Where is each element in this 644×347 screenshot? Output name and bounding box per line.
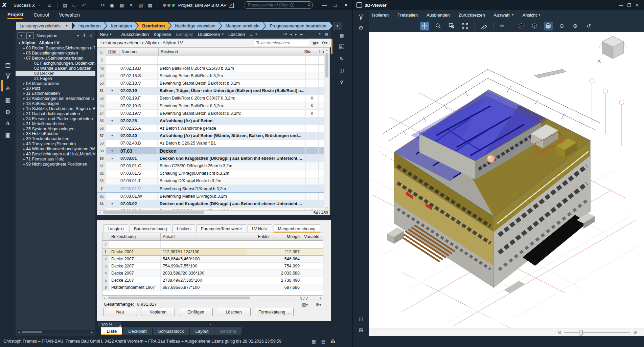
row-number[interactable]: 48 [97, 65, 106, 72]
viewer-canvas[interactable]: S [369, 32, 644, 328]
panel-bottom-icon[interactable]: ◫ [353, 317, 369, 322]
tree-node[interactable]: 99 Nicht zugeordnete Positionen [16, 161, 95, 167]
tree-node[interactable]: 02 Wände,Balken und Stützen [16, 66, 95, 71]
viewer-menu-item[interactable]: Isolieren [372, 13, 389, 18]
row-stichwort[interactable]: Schalung Beton Balk/Rost ü.3,2m: [158, 102, 306, 109]
archive-icon[interactable]: ▣ [0, 132, 16, 139]
row-menge[interactable]: 112,387 [272, 248, 302, 255]
ribbon-more-button[interactable]: ▾ [333, 22, 342, 30]
viewer-menu-item[interactable]: Freistellen [397, 13, 418, 18]
row-nummer[interactable]: 07.02.19 [118, 87, 158, 94]
delete-icon[interactable]: ✕ [128, 2, 135, 8]
zoom-slider-handle[interactable] [579, 330, 583, 335]
column-header-menge[interactable]: Menge [272, 233, 302, 240]
refresh-icon[interactable]: ↻ [318, 32, 321, 37]
action-button[interactable]: Formelkatalog ... [255, 308, 294, 316]
layers-panel-icon[interactable]: ◫ [337, 67, 346, 73]
filter-icon[interactable] [353, 14, 369, 22]
menu-item[interactable]: Verwalten [59, 12, 80, 19]
tree-expand-icon[interactable] [22, 147, 26, 151]
row-expand-icon[interactable] [106, 110, 118, 117]
view-tab[interactable]: Deckblatt [123, 327, 152, 335]
row-faktor[interactable] [247, 256, 272, 262]
minimize-button[interactable]: — [320, 2, 329, 8]
table-row[interactable]: 51 07.02.19 Balken, Träger, Über- oder U… [97, 87, 329, 95]
scroll-left-icon[interactable]: ◂ [97, 211, 101, 214]
row-variable[interactable] [302, 263, 323, 269]
zoom-out-button[interactable]: ⊖ [558, 329, 562, 335]
row-number[interactable]: 61 [97, 162, 106, 169]
table-row[interactable]: 07.03.01.V Bewehrung Stabst.D/Kragpl.b.3… [97, 185, 329, 193]
copy-button[interactable]: Kopieren [154, 32, 171, 37]
home-icon[interactable]: ⌂ [46, 2, 53, 8]
row-ansatz[interactable]: 754,999//7,55*100 [161, 263, 247, 269]
grid-panel-icon[interactable]: ▦ [337, 32, 346, 38]
select-all-icon[interactable]: ◫ [97, 48, 106, 56]
row-expand-icon[interactable] [106, 177, 118, 185]
zoom-in-button[interactable]: ⊕ [633, 329, 637, 335]
lv-text-search-input[interactable] [254, 40, 309, 46]
row-expand-icon[interactable] [106, 87, 118, 94]
nav-expand-all-button[interactable]: ▼ [18, 32, 25, 39]
viewer-close-button[interactable]: ✕ [633, 3, 641, 8]
calculation-icon[interactable]: ▦ [0, 96, 16, 104]
tree-node[interactable]: 44 Wärmedämmverbundsysteme (W [16, 147, 95, 152]
row-stichwort[interactable]: Schalung Beton Balk/Rost b.3,2m [158, 72, 306, 79]
action-button[interactable]: Kopieren [141, 308, 175, 316]
action-button[interactable]: Löschen [217, 308, 251, 316]
row-menge[interactable]: 2 033,588 [272, 270, 302, 277]
tree-expand-icon[interactable] [22, 127, 26, 131]
module-select[interactable]: Leistungsverzeichnis ▼ [16, 22, 72, 30]
row-number[interactable]: 49 [97, 72, 106, 79]
chart-icon[interactable] [331, 339, 336, 344]
cut-button[interactable]: Ausschneiden [121, 32, 149, 37]
undo-icon[interactable]: ↶ [80, 2, 88, 8]
process-icon[interactable]: ✳ [0, 85, 16, 92]
tree-node[interactable]: 43 Türsysteme (Elemente) [16, 142, 95, 147]
row-expand-icon[interactable] [106, 95, 118, 102]
grid-dots-icon[interactable]: ▦ [312, 339, 316, 344]
table-row[interactable]: 65 07.03.01.W Bewehrung Matten D/Kragpl.… [97, 193, 329, 200]
row-expand-icon[interactable] [106, 170, 118, 177]
row-number[interactable]: 52 [97, 95, 106, 102]
tree-expand-icon[interactable] [22, 46, 26, 50]
reset-view-icon[interactable]: ↺ [584, 22, 593, 30]
row-expand-icon[interactable] [106, 125, 118, 132]
row-stichwort[interactable]: Bewehrung Stabst.Beton Balk/Rost ü.3,2m: [158, 110, 306, 117]
report-icon[interactable]: ▤ [61, 2, 69, 8]
zoom-out-icon[interactable]: ⊖ [557, 22, 566, 30]
shaded-cube-icon[interactable] [544, 22, 553, 30]
row-faktor[interactable] [247, 270, 272, 277]
table-row[interactable]: 59 07.03 Decken [97, 147, 329, 155]
clip-tool-icon[interactable]: ✂ [498, 22, 507, 30]
quantity-horizontal-scrollbar[interactable]: ◂ ▸ [102, 296, 323, 300]
row-ansatz[interactable]: 112,387//1,124*100 [161, 248, 247, 255]
ribbon-tab[interactable]: Kenndaten [104, 22, 138, 30]
ribbon-tab[interactable]: Importieren [72, 22, 107, 30]
view-tab[interactable]: Schlussblock [153, 327, 189, 335]
row-number[interactable]: 57 [97, 132, 106, 139]
row-nummer[interactable]: 07.02.18.D [118, 65, 158, 72]
row-number[interactable]: 56 [97, 125, 106, 132]
tree-expand-icon[interactable] [22, 92, 26, 95]
open-folder-icon[interactable]: ▭ [71, 2, 78, 8]
tree-node[interactable]: 35 System-Abgasanlagen [16, 126, 95, 131]
cut-icon[interactable]: ✂ [99, 2, 107, 8]
quantity-row[interactable]: 2 Decke 2007 546,864//5,469*100 546,864 [102, 256, 323, 263]
quantity-row[interactable]: 6 Plattenfundament 1907 687,686//6,877*1… [102, 284, 323, 291]
row-expand-icon[interactable] [106, 80, 118, 87]
viewer-minimize-button[interactable]: — [617, 3, 625, 8]
column-header-nummer[interactable]: Nummer [119, 48, 159, 56]
copy-icon[interactable]: ▣ [109, 2, 116, 8]
row-expand-icon[interactable] [106, 140, 118, 147]
row-k-flag[interactable] [306, 177, 319, 185]
row-k-flag[interactable] [306, 132, 319, 139]
tree-node[interactable]: 03 Roden,Baugrube,Sicherungen u.Ti [16, 46, 95, 51]
row-bezeichnung[interactable]: Decke 2007 [109, 270, 161, 277]
row-nummer[interactable]: 07.02.19.S [118, 102, 158, 109]
tree-expand-icon[interactable] [22, 102, 26, 105]
row-k-flag[interactable]: K [306, 102, 319, 109]
table-row[interactable]: 57 07.02.40 Aufzahlung (Az) auf Beton (W… [97, 132, 329, 140]
lv-filter-row[interactable] [97, 56, 329, 65]
row-expand-icon[interactable] [106, 185, 118, 192]
